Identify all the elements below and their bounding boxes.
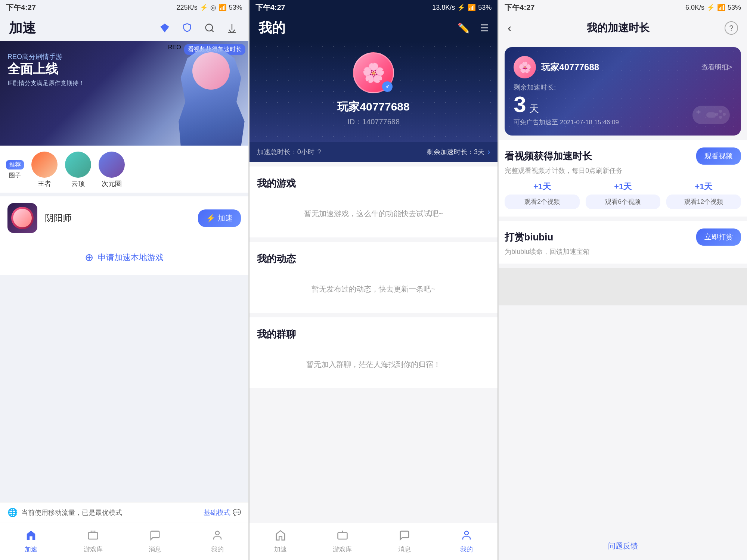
rec-item-wangzhe[interactable]: 王者: [31, 152, 58, 188]
banner-title: 全面上线: [7, 61, 84, 77]
reward-header: 打赏biubiu 立即打赏: [505, 228, 741, 246]
feedback-section[interactable]: 问题反馈: [499, 532, 747, 560]
nav-message-icon: [149, 530, 161, 544]
edit-icon-2[interactable]: ✏️: [458, 22, 469, 34]
speed-btn-label: 加速: [218, 213, 233, 223]
profile-section: 🌸 ♂ 玩家40777688 ID：140777688: [249, 41, 498, 142]
nav-message-1[interactable]: 消息: [124, 523, 186, 560]
battery-icon-2: 53%: [478, 4, 492, 12]
panel-speed-time: 下午4:27 6.0K/s ⚡ 📶 53% ‹ 我的加速时长 ? 🌸 玩家407…: [499, 0, 747, 560]
rec-name-yunding: 云顶: [71, 179, 85, 188]
my-games-empty: 暂无加速游戏，这么牛的功能快去试试吧~: [257, 197, 490, 230]
nav-my-1[interactable]: 我的: [186, 523, 248, 560]
nav-message-icon-2: [399, 530, 410, 544]
game-item-yys[interactable]: 阴阳师 ⚡ 加速: [0, 196, 248, 240]
bottom-nav-2: 加速 游戏库 消息 我的: [249, 523, 498, 560]
nav-gamelist-2[interactable]: 游戏库: [311, 523, 374, 560]
nav-speed-icon-2: [275, 530, 286, 544]
footer-mode-text: 基础模式: [204, 508, 230, 517]
gray-placeholder: [499, 268, 747, 305]
feedback-text: 问题反馈: [608, 542, 638, 550]
rec-tag: 推荐: [6, 160, 24, 169]
reward-task-btn-3[interactable]: 观看12个视频: [666, 195, 741, 209]
nav-speed-label-2: 加速: [274, 545, 287, 554]
reward-plus-3: +1天: [695, 181, 712, 192]
remain-speed-stat[interactable]: 剩余加速时长：3天 ›: [427, 147, 490, 157]
status-icons-2: 13.8K/s ⚡ 📶 53%: [432, 3, 492, 12]
nav-speed-1[interactable]: 加速: [0, 523, 62, 560]
nav-speed-2[interactable]: 加速: [249, 523, 311, 560]
svg-point-0: [205, 24, 213, 31]
reward-section: 打赏biubiu 立即打赏 为biubiu续命，回馈加速宝箱: [499, 221, 747, 264]
wv-rewards: +1天 观看2个视频 +1天 观看6个视频 +1天 观看12个视频: [505, 181, 741, 209]
status-bar-3: 下午4:27 6.0K/s ⚡ 📶 53%: [499, 0, 747, 15]
speed-card-avatar: 🌸: [514, 56, 536, 78]
footer-status-left: 🌐 当前使用移动流量，已是最优模式: [7, 508, 122, 517]
nav-my-2[interactable]: 我的: [436, 523, 498, 560]
rec-item-yunding[interactable]: 云顶: [65, 152, 91, 188]
search-icon[interactable]: [202, 21, 217, 35]
recommend-row: 推荐 圈子 王者 云顶 次元圈: [6, 152, 242, 188]
game-info-yys: 阴阳师: [45, 212, 198, 224]
download-icon[interactable]: [224, 21, 239, 35]
rec-item-ciyuan[interactable]: 次元圈: [99, 152, 125, 188]
nav-my-icon: [212, 530, 223, 544]
menu-icon-2[interactable]: ☰: [480, 22, 489, 34]
status-icons-3: 6.0K/s ⚡ 📶 53%: [685, 3, 741, 12]
watch-video-button[interactable]: 观看视频: [696, 147, 741, 165]
apply-local[interactable]: ⊕ 申请加速本地游戏: [0, 240, 248, 275]
page-title-2: 我的: [258, 19, 285, 37]
bottom-nav-1: 加速 游戏库 消息 我的: [0, 523, 248, 560]
reward-task-btn-2[interactable]: 观看6个视频: [586, 195, 660, 209]
nav-gamelist-icon-2: [337, 530, 348, 544]
arrow-right-icon: ›: [487, 147, 490, 157]
footer-status-text: 当前使用移动流量，已是最优模式: [21, 508, 122, 517]
wv-title: 看视频获得加速时长: [505, 150, 592, 163]
speed-card-remaining: 剩余加速时长: 3 天 可免广告加速至 2021-07-18 15:46:09: [514, 83, 732, 127]
back-button[interactable]: ‹: [508, 22, 511, 34]
nav-gamelist-1[interactable]: 游戏库: [62, 523, 124, 560]
nav-speed-icon: [25, 530, 37, 544]
speed-3: 6.0K/s: [685, 4, 704, 12]
recommend-chip[interactable]: 推荐 圈子: [6, 160, 24, 180]
reward-item-3: +1天 观看12个视频: [666, 181, 741, 209]
rec-name-wangzhe: 王者: [38, 179, 51, 188]
total-speed-label: 加速总时长：0小时: [257, 147, 314, 156]
my-group-title: 我的群聊: [257, 328, 490, 341]
rec-avatar-ciyuan: [99, 152, 125, 178]
detail-link[interactable]: 查看明细>: [701, 63, 732, 72]
speed-button[interactable]: ⚡ 加速: [198, 209, 241, 227]
my-group-section: 我的群聊 暂无加入群聊，茫茫人海找到你的归宿！: [249, 317, 498, 388]
reward-plus-2: +1天: [614, 181, 632, 192]
rec-avatar-wangzhe: [31, 152, 58, 178]
svg-point-10: [465, 531, 468, 535]
help-icon-stat: ?: [317, 148, 321, 156]
svg-line-1: [211, 30, 213, 32]
my-activity-empty: 暂无发布过的动态，快去更新一条吧~: [257, 273, 490, 305]
gender-badge: ♂: [382, 81, 393, 92]
status-time-2: 下午4:27: [255, 3, 285, 13]
battery-icon: 53%: [229, 4, 242, 12]
speed-stats-bar[interactable]: 加速总时长：0小时 ? 剩余加速时长：3天 ›: [249, 142, 498, 162]
rec-avatar-yunding: [65, 152, 91, 178]
reward-task-btn-1[interactable]: 观看2个视频: [505, 195, 579, 209]
help-button[interactable]: ?: [725, 21, 738, 35]
banner-1[interactable]: REO高分剧情手游 全面上线 IF剧情分支满足原作党期待！ 看视频获得加速时长 …: [0, 41, 248, 146]
shield-icon[interactable]: [180, 21, 195, 35]
signal-icon: 📶: [218, 3, 227, 12]
diamond-icon[interactable]: [157, 21, 172, 35]
nav-message-2[interactable]: 消息: [374, 523, 436, 560]
footer-status-right[interactable]: 基础模式 💬: [204, 508, 241, 517]
status-time-3: 下午4:27: [505, 3, 534, 13]
banner-text: REO高分剧情手游 全面上线 IF剧情分支满足原作党期待！: [7, 52, 84, 87]
nav-speed-label: 加速: [25, 545, 37, 554]
status-bar-1: 下午4:27 225K/s ⚡ ◎ 📶 53%: [0, 0, 248, 15]
game-icon-yys: [7, 203, 37, 233]
signal-icon-2: 📶: [468, 3, 476, 12]
reward-button[interactable]: 立即打赏: [696, 228, 741, 246]
my-activity-section: 我的动态 暂无发布过的动态，快去更新一条吧~: [249, 242, 498, 313]
remaining-number: 3: [514, 93, 526, 116]
panel3-header: ‹ 我的加速时长 ?: [499, 15, 747, 41]
svg-point-7: [216, 531, 219, 535]
spacer-1: [0, 275, 248, 502]
